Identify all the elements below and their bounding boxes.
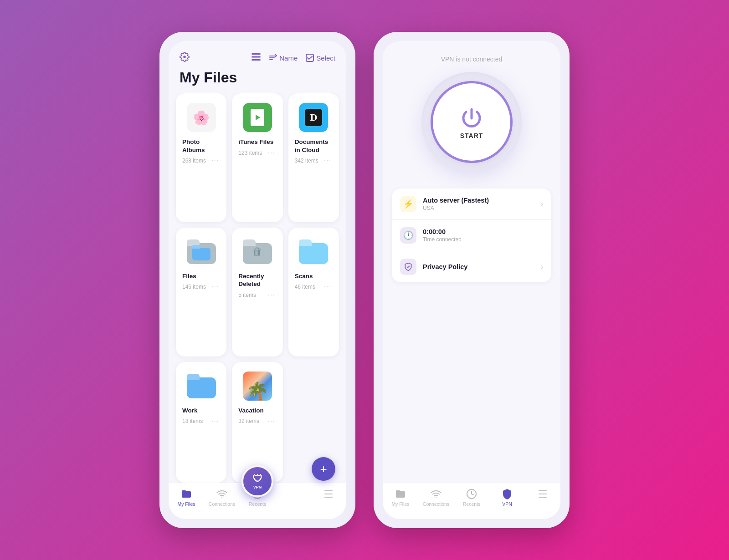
left-phone-screen: Name Select My Files	[169, 41, 346, 519]
scans-name: Scans	[295, 272, 333, 280]
svg-rect-9	[324, 494, 333, 494]
list-icon[interactable]	[252, 53, 261, 63]
vpn-status: VPN is not connected	[383, 41, 560, 72]
file-card-vacation[interactable]: 🌴 Vacation 32 items ···	[232, 362, 282, 483]
file-card-work[interactable]: Work 18 items ···	[176, 362, 226, 483]
work-count: 18 items	[182, 418, 203, 424]
privacy-chevron: ›	[541, 263, 543, 271]
settings-icon[interactable]	[180, 52, 190, 64]
time-title: 0:00:00	[423, 228, 543, 235]
vpn-row-auto-server[interactable]: ⚡ Auto server (Fastest) USA ›	[392, 188, 551, 220]
work-meta: 18 items ···	[182, 416, 220, 426]
file-card-docs[interactable]: D Documents in Cloud 342 items ···	[288, 93, 339, 222]
svg-rect-14	[539, 497, 547, 498]
vpn-row-privacy[interactable]: Privacy Policy ›	[392, 251, 551, 282]
sort-button[interactable]: Name	[269, 54, 298, 62]
photo-albums-meta: 268 items ···	[182, 156, 220, 166]
vpn-center-tab[interactable]: 🛡 VPN	[241, 465, 273, 497]
files-icon	[185, 236, 217, 268]
vpn-tab-vpn-label: VPN	[502, 501, 512, 507]
recently-deleted-meta: 5 items ···	[238, 290, 276, 300]
privacy-text: Privacy Policy	[423, 263, 541, 270]
auto-server-subtitle: USA	[423, 205, 541, 211]
vacation-more[interactable]: ···	[267, 416, 277, 426]
file-card-itunes[interactable]: iTunes Files 123 items ···	[232, 93, 282, 222]
myfiles-header: Name Select	[169, 41, 346, 69]
svg-rect-2	[252, 59, 261, 61]
vpn-start-button[interactable]: START	[431, 81, 513, 163]
itunes-name: iTunes Files	[238, 138, 276, 146]
work-icon	[185, 370, 217, 402]
scans-more[interactable]: ···	[323, 282, 333, 292]
fab-add-button[interactable]: +	[312, 457, 335, 481]
scans-icon	[298, 236, 329, 268]
select-button[interactable]: Select	[306, 54, 335, 62]
right-phone: VPN is not connected START ⚡ Auto s	[374, 32, 570, 528]
bolt-icon: ⚡	[400, 196, 416, 212]
vpn-shield-icon: 🛡	[252, 473, 262, 485]
itunes-meta: 123 items ···	[238, 148, 276, 158]
myfiles-screen: Name Select My Files	[169, 41, 346, 519]
header-right: Name Select	[252, 53, 335, 63]
auto-server-title: Auto server (Fastest)	[423, 197, 541, 204]
shield-check-icon	[400, 259, 416, 275]
vacation-name: Vacation	[238, 407, 276, 415]
vpn-tab-recents[interactable]: Recents	[454, 489, 489, 507]
vpn-tab-myfiles-label: My Files	[391, 501, 409, 507]
tab-recents-label: Recents	[249, 501, 267, 507]
page-title: My Files	[169, 69, 346, 93]
photo-albums-name: Photo Albums	[182, 138, 220, 154]
file-card-files[interactable]: Files 145 items ···	[176, 228, 226, 356]
select-label: Select	[316, 54, 335, 62]
vacation-icon: 🌴	[241, 370, 273, 402]
work-name: Work	[182, 407, 220, 415]
left-phone: Name Select My Files	[159, 32, 355, 528]
file-card-photo-albums[interactable]: 🌸 Photo Albums 268 items ···	[176, 93, 226, 222]
svg-rect-10	[324, 497, 333, 498]
tab-more[interactable]	[311, 489, 346, 499]
photo-albums-count: 268 items	[182, 158, 206, 164]
work-more[interactable]: ···	[210, 416, 220, 426]
vpn-tab-connections-label: Connections	[423, 501, 449, 507]
vpn-info-section: ⚡ Auto server (Fastest) USA › 🕐 0:00:00 …	[392, 188, 551, 282]
tab-connections-label: Connections	[209, 501, 235, 507]
clock-icon: 🕐	[400, 227, 416, 244]
svg-rect-13	[539, 494, 547, 494]
vpn-tab-connections[interactable]: Connections	[418, 489, 454, 507]
photo-albums-icon: 🌸	[185, 102, 217, 133]
vpn-tab-vpn[interactable]: VPN	[489, 489, 525, 507]
time-text: 0:00:00 Time connected	[423, 228, 543, 243]
recently-deleted-more[interactable]: ···	[267, 290, 277, 300]
start-label: START	[460, 132, 483, 139]
files-meta: 145 items ···	[182, 282, 220, 292]
file-card-scans[interactable]: Scans 46 items ···	[288, 228, 339, 356]
tab-my-files[interactable]: My Files	[169, 489, 204, 507]
vpn-tab-more[interactable]	[525, 489, 560, 499]
vpn-tab-my-files[interactable]: My Files	[383, 489, 418, 507]
itunes-more[interactable]: ···	[267, 148, 277, 158]
svg-rect-12	[539, 490, 547, 491]
privacy-title: Privacy Policy	[423, 263, 541, 270]
files-count: 145 items	[182, 284, 206, 290]
vpn-tab-bar: My Files Connections Recents	[383, 483, 560, 519]
tab-my-files-label: My Files	[177, 501, 195, 507]
files-more[interactable]: ···	[210, 282, 220, 292]
vpn-tab-recents-label: Recents	[463, 501, 481, 507]
docs-count: 342 items	[295, 158, 318, 164]
right-phone-screen: VPN is not connected START ⚡ Auto s	[383, 41, 560, 519]
docs-meta: 342 items ···	[295, 156, 333, 166]
tab-connections[interactable]: Connections	[204, 489, 240, 507]
docs-more[interactable]: ···	[323, 156, 333, 166]
itunes-icon	[241, 102, 273, 133]
svg-rect-8	[324, 490, 333, 491]
time-subtitle: Time connected	[423, 236, 543, 243]
vpn-circle-outer: START	[421, 72, 522, 172]
tab-vpn-center[interactable]	[275, 489, 311, 507]
auto-server-chevron: ›	[541, 200, 543, 208]
svg-rect-0	[252, 53, 261, 55]
svg-rect-1	[252, 56, 261, 57]
vacation-meta: 32 items ···	[238, 416, 276, 426]
photo-albums-more[interactable]: ···	[210, 156, 220, 166]
file-card-recently-deleted[interactable]: 🗑 Recently Deleted 5 items ···	[232, 228, 282, 356]
itunes-count: 123 items	[238, 150, 262, 156]
